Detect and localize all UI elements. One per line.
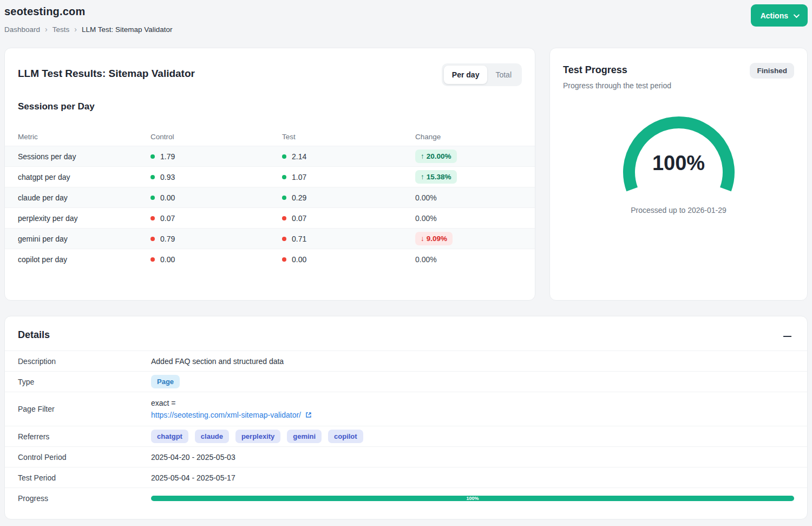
arrow-down-icon: ↓ xyxy=(421,235,424,243)
table-row: gemini per day 0.79 0.71 ↓9.09% xyxy=(5,228,535,249)
status-dot-red xyxy=(282,237,286,241)
arrow-up-icon: ↑ xyxy=(421,173,424,181)
toggle-per-day[interactable]: Per day xyxy=(444,66,488,84)
col-test: Test xyxy=(282,133,415,141)
metrics-table-header: Metric Control Test Change xyxy=(5,127,535,146)
detail-label: Referrers xyxy=(18,432,151,441)
control-value: 0.93 xyxy=(160,173,175,181)
detail-label: Control Period xyxy=(18,453,151,462)
referrer-badge: chatgpt xyxy=(151,430,188,443)
chevron-down-icon xyxy=(794,11,800,17)
referrer-badge: claude xyxy=(195,430,229,443)
status-dot-green xyxy=(150,196,155,200)
detail-row-page-filter: Page Filter exact = https://seotesting.c… xyxy=(5,392,807,426)
referrer-badge: gemini xyxy=(287,430,322,443)
toggle-total[interactable]: Total xyxy=(487,66,520,84)
status-dot-green xyxy=(282,196,286,200)
test-progress-card: Test Progress Finished Progress through … xyxy=(549,48,808,301)
detail-row-description: Description Added FAQ section and struct… xyxy=(5,350,807,371)
page-filter-link[interactable]: https://seotesting.com/xml-sitemap-valid… xyxy=(151,410,301,420)
detail-label: Description xyxy=(18,357,151,366)
referrer-badge: copilot xyxy=(328,430,363,443)
status-dot-red xyxy=(282,257,286,262)
metric-name: copilot per day xyxy=(18,255,150,264)
type-badge: Page xyxy=(151,375,180,388)
detail-value: Added FAQ section and structured data xyxy=(151,357,794,366)
test-value: 0.29 xyxy=(292,193,306,202)
detail-value: 2025-05-04 - 2025-05-17 xyxy=(151,473,794,482)
metrics-table: Metric Control Test Change Sessions per … xyxy=(5,127,535,269)
actions-button-label: Actions xyxy=(761,11,788,20)
status-dot-red xyxy=(150,216,155,220)
metric-name: perplexity per day xyxy=(18,214,150,223)
processed-up-to-text: Processed up to 2026-01-29 xyxy=(550,206,807,215)
collapse-icon[interactable] xyxy=(780,329,794,343)
breadcrumb-dashboard[interactable]: Dashboard xyxy=(4,25,40,34)
status-dot-red xyxy=(282,216,286,220)
breadcrumb: Dashboard › Tests › LLM Test: Sitemap Va… xyxy=(4,25,808,34)
status-dot-red xyxy=(150,237,155,241)
details-card: Details Description Added FAQ section an… xyxy=(4,316,808,519)
breadcrumb-separator-icon: › xyxy=(74,25,77,34)
change-value: 20.00% xyxy=(427,152,451,160)
detail-row-progress: Progress 100% xyxy=(5,488,807,508)
breadcrumb-separator-icon: › xyxy=(45,25,48,34)
table-row: Sessions per day 1.79 2.14 ↑20.00% xyxy=(5,146,535,166)
status-dot-green xyxy=(150,175,155,179)
table-row: claude per day 0.00 0.29 0.00% xyxy=(5,187,535,207)
breadcrumb-tests[interactable]: Tests xyxy=(53,25,70,34)
change-badge: ↑15.38% xyxy=(415,170,457,184)
control-value: 0.00 xyxy=(160,193,175,202)
change-value: 0.00% xyxy=(415,193,522,202)
status-dot-green xyxy=(282,154,286,159)
status-dot-green xyxy=(282,175,286,179)
per-day-total-toggle: Per day Total xyxy=(442,63,522,86)
control-value: 0.07 xyxy=(160,214,175,223)
change-value: 0.00% xyxy=(415,255,522,264)
test-value: 0.71 xyxy=(292,235,306,243)
table-row: perplexity per day 0.07 0.07 0.00% xyxy=(5,207,535,228)
col-metric: Metric xyxy=(18,133,150,141)
breadcrumb-current: LLM Test: Sitemap Validator xyxy=(82,25,173,34)
details-title: Details xyxy=(5,316,807,350)
change-badge: ↑20.00% xyxy=(415,150,457,163)
test-value: 2.14 xyxy=(292,152,306,161)
progress-bar-label: 100% xyxy=(466,496,479,501)
status-dot-red xyxy=(150,257,155,262)
control-value: 0.79 xyxy=(160,235,175,243)
progress-bar-fill: 100% xyxy=(151,496,794,501)
control-value: 1.79 xyxy=(160,152,175,161)
progress-gauge: 100% xyxy=(614,112,744,200)
control-value: 0.00 xyxy=(160,255,175,264)
external-link-icon[interactable] xyxy=(305,411,312,419)
metric-name: claude per day xyxy=(18,193,150,202)
detail-row-control-period: Control Period 2025-04-20 - 2025-05-03 xyxy=(5,446,807,467)
test-value: 1.07 xyxy=(292,173,306,181)
metric-name: chatgpt per day xyxy=(18,173,150,181)
change-value: 0.00% xyxy=(415,214,522,223)
change-value: 15.38% xyxy=(427,173,451,181)
col-control: Control xyxy=(150,133,282,141)
test-value: 0.00 xyxy=(292,255,306,264)
metric-name: gemini per day xyxy=(18,235,150,243)
detail-label: Progress xyxy=(18,494,151,503)
col-change: Change xyxy=(415,133,522,141)
detail-value: 2025-04-20 - 2025-05-03 xyxy=(151,453,794,462)
change-badge: ↓9.09% xyxy=(415,232,453,245)
gauge-value: 100% xyxy=(614,152,744,175)
actions-button[interactable]: Actions xyxy=(751,4,808,27)
referrer-badge: perplexity xyxy=(235,430,280,443)
change-value: 9.09% xyxy=(427,235,447,243)
test-value: 0.07 xyxy=(292,214,306,223)
detail-label: Page Filter xyxy=(18,405,151,413)
status-dot-green xyxy=(150,154,155,159)
table-row: chatgpt per day 0.93 1.07 ↑15.38% xyxy=(5,166,535,187)
progress-bar: 100% xyxy=(151,496,794,501)
detail-label: Test Period xyxy=(18,473,151,482)
page-header: seotesting.com Dashboard › Tests › LLM T… xyxy=(4,4,808,34)
detail-label: Type xyxy=(18,378,151,386)
arrow-up-icon: ↑ xyxy=(421,152,424,160)
detail-row-test-period: Test Period 2025-05-04 - 2025-05-17 xyxy=(5,467,807,488)
detail-row-referrers: Referrers chatgpt claude perplexity gemi… xyxy=(5,426,807,446)
detail-row-type: Type Page xyxy=(5,371,807,392)
